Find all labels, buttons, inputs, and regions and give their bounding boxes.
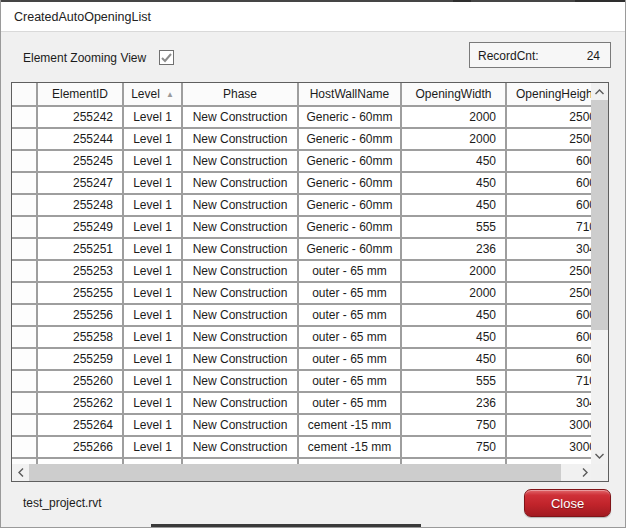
cell[interactable]: New Construction [183,261,297,281]
row-header-cell[interactable] [12,415,36,435]
cell[interactable]: 255266 [38,437,122,457]
row-header-corner[interactable] [12,83,36,105]
row-header-cell[interactable] [12,151,36,171]
cell[interactable]: Level 1 [124,327,181,347]
cell[interactable]: 255244 [38,129,122,149]
row-header-cell[interactable] [12,173,36,193]
cell[interactable]: 255247 [38,173,122,193]
cell[interactable]: 255262 [38,393,122,413]
cell[interactable]: New Construction [183,349,297,369]
cell[interactable]: outer - 65 mm [299,283,400,303]
cell[interactable]: 600 [507,151,593,171]
table-row[interactable]: 255262Level 1New Constructionouter - 65 … [12,393,593,413]
cell[interactable]: 450 [402,327,505,347]
cell[interactable]: Level 1 [124,217,181,237]
row-header-cell[interactable] [12,217,36,237]
column-header-openingheight[interactable]: OpeningHeight [507,83,593,105]
cell[interactable]: 2000 [402,261,505,281]
cell[interactable]: 600 [507,173,593,193]
table-row[interactable]: 255253Level 1New Constructionouter - 65 … [12,261,593,281]
cell[interactable]: 2500 [507,283,593,303]
cell[interactable]: Level 1 [124,129,181,149]
cell[interactable]: outer - 65 mm [299,371,400,391]
cell[interactable]: 450 [402,305,505,325]
cell[interactable]: 255255 [38,283,122,303]
cell[interactable]: New Construction [183,129,297,149]
row-header-cell[interactable] [12,129,36,149]
cell[interactable]: Level 1 [124,437,181,457]
cell[interactable]: 255245 [38,151,122,171]
cell[interactable]: 255260 [38,371,122,391]
cell[interactable]: outer - 65 mm [299,327,400,347]
cell[interactable]: 236 [402,393,505,413]
row-header-cell[interactable] [12,283,36,303]
cell[interactable]: 750 [402,437,505,457]
row-header-cell[interactable] [12,195,36,215]
cell[interactable]: 236 [402,239,505,259]
cell[interactable]: Level 1 [124,393,181,413]
column-header-level[interactable]: Level▲ [124,83,181,105]
cell[interactable]: 600 [507,349,593,369]
cell[interactable]: 450 [402,195,505,215]
cell[interactable]: 450 [402,349,505,369]
column-header-hostwallname[interactable]: HostWallName [299,83,400,105]
column-header-openingwidth[interactable]: OpeningWidth [402,83,505,105]
table-row[interactable]: 255256Level 1New Constructionouter - 65 … [12,305,593,325]
cell[interactable]: Level 1 [124,239,181,259]
cell[interactable]: New Construction [183,239,297,259]
table-row[interactable]: 255247Level 1New ConstructionGeneric - 6… [12,173,593,193]
element-zooming-view-checkbox[interactable] [159,50,174,65]
cell[interactable]: Generic - 60mm [299,129,400,149]
scroll-up-arrow-icon[interactable] [591,83,608,100]
cell[interactable]: outer - 65 mm [299,305,400,325]
cell[interactable]: New Construction [183,393,297,413]
table-row[interactable]: 255249Level 1New ConstructionGeneric - 6… [12,217,593,237]
row-header-cell[interactable] [12,327,36,347]
cell[interactable]: Generic - 60mm [299,217,400,237]
cell[interactable]: 304 [507,239,593,259]
row-header-cell[interactable] [12,349,36,369]
table-row[interactable]: 255266Level 1New Constructioncement -15 … [12,437,593,457]
cell[interactable]: New Construction [183,283,297,303]
cell[interactable]: New Construction [183,173,297,193]
cell[interactable]: 555 [402,217,505,237]
row-header-cell[interactable] [12,239,36,259]
table-row[interactable]: 255255Level 1New Constructionouter - 65 … [12,283,593,303]
row-header-cell[interactable] [12,393,36,413]
vertical-scrollbar-thumb[interactable] [591,100,608,330]
cell[interactable]: 255253 [38,261,122,281]
cell[interactable]: 2500 [507,129,593,149]
cell[interactable]: outer - 65 mm [299,393,400,413]
scroll-left-arrow-icon[interactable] [12,464,29,481]
cell[interactable]: Generic - 60mm [299,107,400,127]
cell[interactable]: 750 [402,415,505,435]
cell[interactable]: New Construction [183,217,297,237]
cell[interactable]: New Construction [183,415,297,435]
title-bar[interactable]: CreatedAutoOpeningList [1,2,625,32]
cell[interactable]: New Construction [183,195,297,215]
cell[interactable]: 2000 [402,283,505,303]
cell[interactable]: outer - 65 mm [299,349,400,369]
cell[interactable]: 255248 [38,195,122,215]
row-header-cell[interactable] [12,437,36,457]
cell[interactable]: 450 [402,173,505,193]
row-header-cell[interactable] [12,305,36,325]
table-row[interactable]: 255245Level 1New ConstructionGeneric - 6… [12,151,593,171]
cell[interactable]: Level 1 [124,349,181,369]
cell[interactable]: New Construction [183,327,297,347]
close-button[interactable]: Close [524,489,611,517]
cell[interactable]: outer - 65 mm [299,261,400,281]
table-row[interactable]: 255264Level 1New Constructioncement -15 … [12,415,593,435]
cell[interactable]: Level 1 [124,305,181,325]
cell[interactable]: 450 [402,151,505,171]
horizontal-scrollbar[interactable] [12,464,593,481]
cell[interactable]: 600 [507,327,593,347]
cell[interactable]: 2000 [402,107,505,127]
cell[interactable]: 600 [507,305,593,325]
scroll-down-arrow-icon[interactable] [591,447,608,464]
cell[interactable]: 3000 [507,415,593,435]
cell[interactable]: 255256 [38,305,122,325]
cell[interactable]: 2000 [402,129,505,149]
cell[interactable]: 555 [402,371,505,391]
cell[interactable]: Generic - 60mm [299,195,400,215]
